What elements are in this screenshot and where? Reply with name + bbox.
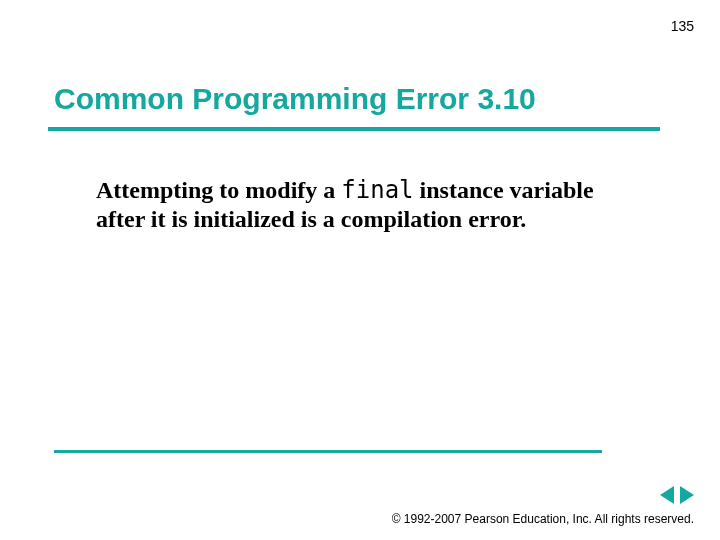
top-divider	[48, 127, 660, 131]
body-paragraph: Attempting to modify a final instance va…	[96, 176, 616, 235]
bottom-divider	[54, 450, 602, 453]
copyright-text: © 1992-2007 Pearson Education, Inc. All …	[392, 512, 694, 526]
page-number: 135	[671, 18, 694, 34]
body-prefix: Attempting to modify a	[96, 177, 341, 203]
nav-arrows	[660, 486, 694, 504]
slide-title: Common Programming Error 3.10	[54, 82, 536, 116]
next-arrow-icon[interactable]	[680, 486, 694, 504]
prev-arrow-icon[interactable]	[660, 486, 674, 504]
slide: 135 Common Programming Error 3.10 Attemp…	[0, 0, 720, 540]
code-keyword: final	[341, 176, 413, 204]
